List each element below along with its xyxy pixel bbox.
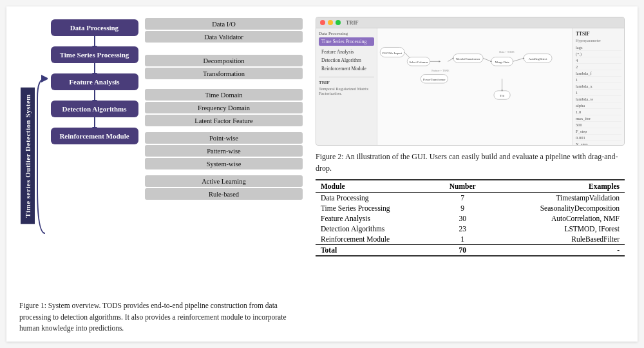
gui-trif-label: TRIF — [319, 80, 374, 85]
gui-titlebar: TRIF — [316, 17, 624, 28]
system-diagram: Time series Outlier Detection System — [19, 17, 303, 295]
arrow-2-3 — [94, 90, 95, 101]
cell-module: Time Series Processing — [316, 203, 435, 213]
cell-module: Reinforcement Module — [316, 234, 435, 245]
svg-line-14 — [483, 58, 491, 61]
pipeline-svg: CSV File Import Select Columns PowerTran… — [377, 28, 573, 145]
gui-param-lags-val: (*,) — [576, 51, 621, 57]
svg-text:Merge Data: Merge Data — [495, 61, 509, 64]
item-rule-based: Rule-based — [145, 188, 303, 200]
fig1-caption: Figure 1: System overview. TODS provides… — [19, 300, 290, 334]
item-frequency-domain: Frequency Domain — [145, 102, 303, 113]
titlebar-dot-green — [336, 20, 341, 25]
item-system-wise: System-wise — [145, 158, 303, 169]
table-row: Reinforcement Module1RuleBasedFilter — [316, 234, 625, 245]
item-point-wise: Point-wise — [145, 132, 303, 144]
gui-main-canvas: CSV File Import Select Columns PowerTran… — [377, 28, 573, 145]
svg-text:PowerTransformer: PowerTransformer — [423, 78, 446, 81]
vertical-label-wrap: Time series Outlier Detection System — [19, 17, 36, 295]
main-page: Time series Outlier Detection System — [6, 6, 638, 342]
cell-total-dash: - — [490, 245, 625, 256]
gui-sidebar: Data Processing Time Series Processing F… — [316, 28, 377, 145]
gui-right-panel: TTSIF Hyperparameter lags (*,) 4 2 lambd… — [573, 28, 624, 145]
group-reinforcement: Active Learning Rule-based — [145, 175, 303, 200]
gui-sidebar-bottom: TRIF Temporal Regularized Matrix Factori… — [319, 77, 374, 95]
vertical-system-label: Time series Outlier Detection System — [21, 88, 35, 224]
table-row: Feature Analysis30AutoCorrelation, NMF — [316, 213, 625, 224]
gui-sidebar-item-detection[interactable]: Detection Algorithm — [319, 56, 374, 64]
gui-param-lags: lags — [576, 44, 621, 51]
group-data-processing: Data I/O Data Validator — [145, 18, 303, 43]
table-row: Time Series Processing9SeasonalityDecomp… — [316, 203, 625, 213]
cell-number: 30 — [435, 213, 489, 224]
table-row: Detection Algorithms23LSTMOD, IForest — [316, 224, 625, 234]
node-feature-analysis: Feature Analysis — [51, 73, 138, 90]
gui-hyperparameter-label: Hyperparameter — [576, 39, 621, 43]
left-column: Time series Outlier Detection System — [19, 17, 303, 334]
gui-body: Data Processing Time Series Processing F… — [316, 28, 624, 145]
item-data-validator: Data Validator — [145, 31, 303, 43]
cell-module: Feature Analysis — [316, 213, 435, 224]
table-total-row: Total70- — [316, 245, 625, 256]
svg-line-18 — [513, 58, 524, 61]
svg-text:CSV File Import: CSV File Import — [382, 52, 402, 55]
item-data-io: Data I/O — [145, 18, 303, 30]
cell-number: 23 — [435, 224, 489, 234]
cell-examples: TimestampValidation — [490, 193, 625, 204]
item-time-domain: Time Domain — [145, 89, 303, 101]
back-arrow-area — [36, 17, 48, 295]
item-active-learning: Active Learning — [145, 175, 303, 187]
svg-text:Select Columns: Select Columns — [409, 61, 428, 64]
arrow-0-1 — [94, 36, 95, 46]
gui-sidebar-item-reinforcement[interactable]: Reinforcement Module — [319, 64, 374, 73]
svg-text:Feature + TSNE: Feature + TSNE — [431, 69, 450, 72]
arrow-3-4 — [94, 117, 95, 128]
group-detection: Point-wise Pattern-wise System-wise — [145, 132, 303, 169]
svg-text:WaveletTransformer: WaveletTransformer — [456, 57, 480, 61]
cell-examples: SeasonalityDecomposition — [490, 203, 625, 213]
cell-examples: LSTMOD, IForest — [490, 224, 625, 234]
gui-sidebar-header: Data Processing — [319, 31, 374, 36]
gui-sidebar-item-feature[interactable]: Feature Analysis — [319, 48, 374, 56]
item-latent-factor: Latent Factor Feature — [145, 115, 303, 126]
titlebar-dot-red — [320, 20, 325, 25]
col-examples: Examples — [490, 180, 625, 193]
node-time-series-processing: Time Series Processing — [51, 46, 138, 63]
cell-examples: AutoCorrelation, NMF — [490, 213, 625, 224]
right-column: TRIF Data Processing Time Series Process… — [316, 17, 625, 334]
node-detection-algorithms: Detection Algorithms — [51, 101, 138, 117]
col-module: Module — [316, 180, 435, 193]
group-time-series: Decomposition Transformation — [145, 55, 303, 79]
table-container: Module Number Examples Data Processing7T… — [316, 179, 625, 256]
table-row: Data Processing7TimestampValidation — [316, 193, 625, 204]
node-reinforcement-module: Reinforcement Module — [51, 128, 138, 144]
cell-module: Data Processing — [316, 193, 435, 204]
cell-number: 9 — [435, 203, 489, 213]
node-data-processing: Data Processing — [51, 19, 138, 36]
titlebar-dot-yellow — [328, 20, 333, 25]
gui-app-title: TRIF — [346, 19, 359, 26]
gui-sidebar-section-title[interactable]: Time Series Processing — [319, 37, 374, 46]
svg-text:Tfit: Tfit — [500, 94, 505, 97]
group-feature-analysis: Time Domain Frequency Domain Latent Fact… — [145, 89, 303, 126]
right-items-column: Data I/O Data Validator Decomposition Tr… — [141, 17, 303, 295]
back-arrow-svg — [36, 59, 48, 253]
cell-number: 7 — [435, 193, 489, 204]
cell-total-number: 70 — [435, 245, 489, 256]
item-pattern-wise: Pattern-wise — [145, 145, 303, 157]
arrow-1-2 — [94, 63, 95, 73]
module-table: Module Number Examples Data Processing7T… — [316, 179, 625, 256]
cell-total-label: Total — [316, 245, 435, 256]
gui-screenshot: TRIF Data Processing Time Series Process… — [316, 17, 625, 146]
nodes-column: Data Processing Time Series Processing F… — [48, 17, 141, 295]
cell-number: 1 — [435, 234, 489, 245]
col-number: Number — [435, 180, 489, 193]
item-decomposition: Decomposition — [145, 55, 303, 66]
item-transformation: Transformation — [145, 68, 303, 79]
svg-text:AutoRegDetect: AutoRegDetect — [529, 57, 547, 61]
gui-trif-desc: Temporal Regularized Matrix Factorizatio… — [319, 86, 374, 95]
fig2-caption: Figure 2: An illustration of the GUI. Us… — [316, 151, 625, 174]
gui-right-panel-title: TTSIF — [576, 31, 621, 37]
cell-module: Detection Algorithms — [316, 224, 435, 234]
svg-text:Data + TODS: Data + TODS — [499, 50, 515, 53]
